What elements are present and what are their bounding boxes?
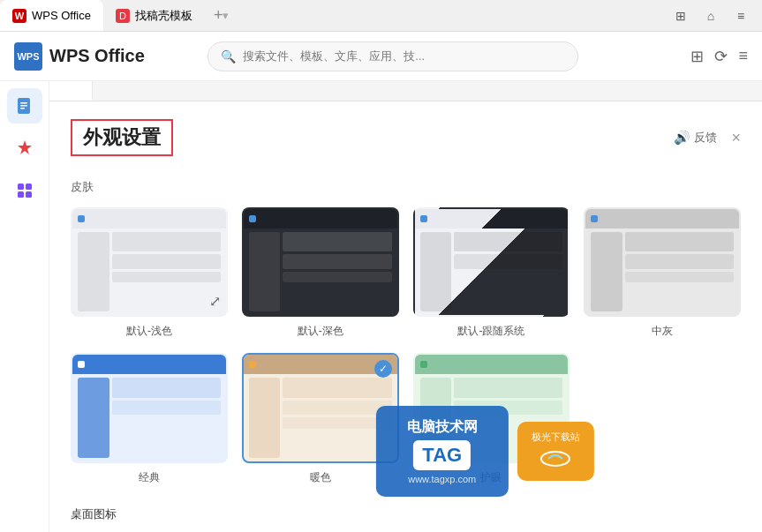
svg-rect-3	[20, 108, 25, 109]
search-icon: 🔍	[221, 49, 236, 64]
mini-bar	[112, 232, 221, 252]
aurora-logo-icon	[539, 448, 571, 469]
mini-dot	[420, 215, 427, 222]
support-icon[interactable]: ⟳	[714, 47, 728, 66]
watermark-badge: 电脑技术网 TAG www.tagxp.com	[376, 406, 509, 497]
desktop-icon-section-title: 桌面图标	[71, 506, 741, 522]
mini-dot	[249, 361, 256, 368]
resize-icon: ⤢	[209, 293, 221, 310]
tab-find[interactable]: D 找稿壳模板	[103, 0, 205, 31]
mini-sidebar	[420, 232, 452, 312]
mini-bar	[283, 378, 391, 398]
mini-main	[112, 378, 221, 458]
app-icon	[15, 181, 34, 200]
aurora-badge: 极光下载站	[517, 422, 594, 481]
mini-dot	[78, 215, 85, 222]
feedback-icon: 🔊	[674, 130, 690, 146]
skin-label-gray: 中灰	[652, 324, 673, 339]
skin-section-label: 皮肤	[71, 179, 741, 195]
search-bar[interactable]: 🔍	[207, 41, 578, 71]
skin-card-auto[interactable]: 默认-跟随系统	[413, 207, 570, 339]
wps-tab-icon: W	[12, 9, 26, 23]
mini-bar	[112, 378, 221, 398]
mini-main	[283, 232, 391, 312]
headset-icon[interactable]: ⌂	[698, 6, 723, 26]
settings-tab[interactable]	[49, 81, 93, 101]
watermark-overlay: 电脑技术网 TAG www.tagxp.com 极光下载站	[376, 406, 594, 497]
document-icon	[15, 96, 34, 116]
mini-dot	[420, 361, 427, 368]
skin-preview-dark	[242, 207, 399, 317]
content-tabs	[49, 81, 762, 101]
svg-rect-6	[18, 191, 24, 198]
mini-sidebar	[78, 232, 109, 312]
skin-preview-auto	[413, 207, 570, 317]
mini-sidebar	[249, 378, 281, 458]
wps-tab-label: WPS Office	[32, 9, 91, 22]
main-header: WPS WPS Office 🔍 ⊞ ⟳ ≡	[0, 32, 762, 81]
settings-header-right: 🔊 反馈 ×	[674, 129, 741, 147]
settings-title: 外观设置	[71, 119, 173, 156]
svg-rect-4	[18, 184, 24, 190]
sidebar	[0, 81, 49, 532]
brand-icon	[15, 139, 34, 158]
mini-bar	[454, 378, 562, 398]
watermark-line1: 电脑技术网	[407, 418, 478, 437]
tag-label: TAG	[413, 440, 471, 470]
mini-main	[112, 232, 221, 312]
sidebar-item-docs[interactable]	[7, 88, 42, 124]
grid-icon[interactable]: ⊞	[690, 47, 704, 66]
aurora-text: 极光下载站	[532, 431, 580, 444]
hamburger-icon[interactable]: ≡	[738, 47, 748, 65]
mini-bar	[112, 254, 221, 268]
mini-bar	[112, 272, 221, 283]
skin-label-classic: 经典	[139, 470, 160, 485]
skin-card-light[interactable]: ⤢ 默认-浅色	[71, 207, 228, 339]
skin-card-classic[interactable]: 经典	[71, 353, 228, 484]
mini-main	[625, 232, 734, 312]
title-bar-actions: ⊞ ⌂ ≡	[668, 6, 762, 26]
mini-dot	[249, 215, 256, 222]
mini-bar	[283, 272, 391, 283]
svg-rect-5	[26, 184, 32, 190]
mini-bar	[454, 254, 562, 268]
skin-preview-classic	[71, 353, 228, 462]
mini-bar	[625, 272, 734, 283]
new-tab-button[interactable]: + ▾	[205, 6, 238, 25]
mini-sidebar	[591, 232, 622, 312]
mini-bar	[283, 232, 391, 252]
search-input[interactable]	[243, 49, 565, 63]
find-tab-icon: D	[116, 9, 130, 23]
mini-bar	[112, 401, 221, 415]
skin-card-dark[interactable]: 默认-深色	[242, 207, 399, 339]
selected-checkmark: ✓	[374, 360, 392, 378]
mini-main	[454, 232, 562, 312]
wps-logo-icon: WPS	[14, 42, 42, 71]
mini-bar	[625, 254, 734, 268]
sidebar-item-brand[interactable]	[7, 131, 42, 166]
skin-label-auto: 默认-跟随系统	[457, 324, 524, 339]
watermark-line2: www.tagxp.com	[408, 474, 476, 484]
mini-dot	[78, 361, 85, 368]
svg-point-8	[541, 452, 570, 466]
feedback-button[interactable]: 🔊 反馈	[674, 130, 717, 146]
layout-icon[interactable]: ⊞	[668, 6, 693, 26]
skin-label-dark: 默认-深色	[298, 324, 343, 339]
svg-rect-2	[20, 105, 27, 107]
header-actions: ⊞ ⟳ ≡	[690, 47, 748, 66]
skin-preview-gray	[584, 207, 741, 317]
tab-wps[interactable]: W WPS Office	[0, 0, 103, 31]
logo-area: WPS WPS Office	[14, 42, 145, 71]
svg-rect-7	[26, 191, 32, 198]
mini-sidebar	[78, 378, 109, 458]
sidebar-item-app[interactable]	[7, 173, 42, 208]
close-button[interactable]: ×	[731, 129, 741, 147]
mini-bar	[454, 232, 562, 252]
svg-rect-1	[20, 102, 27, 104]
menu-icon[interactable]: ≡	[728, 6, 753, 26]
mini-dot	[591, 215, 598, 222]
chevron-down-icon: ▾	[223, 9, 229, 22]
title-bar: W WPS Office D 找稿壳模板 + ▾ ⊞ ⌂ ≡	[0, 0, 762, 32]
app-title: WPS Office	[49, 46, 145, 66]
skin-card-gray[interactable]: 中灰	[584, 207, 741, 339]
